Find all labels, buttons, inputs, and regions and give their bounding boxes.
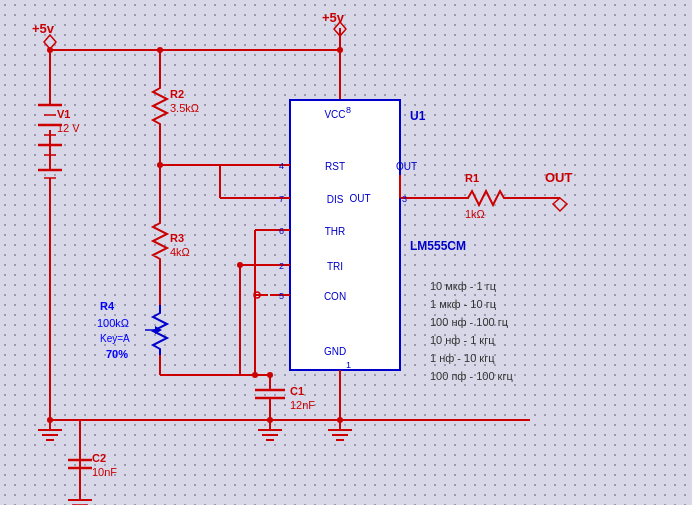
note-6: 100 пф - 100 кгц [430, 370, 513, 382]
svg-point-105 [157, 162, 163, 168]
c2-label: C2 [92, 452, 106, 464]
svg-point-109 [47, 417, 53, 423]
svg-marker-33 [44, 35, 56, 49]
chip-model: LM555CM [410, 239, 466, 253]
out-label: OUT [545, 170, 573, 185]
note-4: 10 нф - 1 кгц [430, 334, 495, 346]
svg-text:DIS: DIS [327, 194, 344, 205]
r2-label: R2 [170, 88, 184, 100]
svg-point-108 [337, 417, 343, 423]
u1-label: U1 [410, 109, 426, 123]
svg-text:6: 6 [279, 226, 284, 236]
supply-label-left: +5v [32, 21, 55, 36]
svg-point-102 [47, 47, 53, 53]
svg-text:7: 7 [279, 194, 284, 204]
svg-point-111 [252, 372, 258, 378]
svg-point-106 [267, 372, 273, 378]
svg-text:3: 3 [402, 194, 407, 204]
svg-text:8: 8 [346, 105, 351, 115]
c1-label: C1 [290, 385, 304, 397]
r4-percent: 70% [106, 348, 128, 360]
svg-text:THR: THR [325, 226, 346, 237]
r4-key: Key=A [100, 333, 130, 344]
svg-text:VCC: VCC [324, 109, 345, 120]
r1-label: R1 [465, 172, 479, 184]
svg-point-104 [337, 47, 343, 53]
r4-label: R4 [100, 300, 115, 312]
r3-label: R3 [170, 232, 184, 244]
svg-text:1: 1 [346, 360, 351, 370]
svg-text:RST: RST [325, 161, 345, 172]
note-3: 100 нф - 100 гц [430, 316, 509, 328]
r3-value: 4kΩ [170, 246, 190, 258]
note-5: 1 нф - 10 кгц [430, 352, 495, 364]
svg-text:4: 4 [279, 161, 284, 171]
note-1: 10 мкф - 1 гц [430, 280, 497, 292]
v1-label: V1 [57, 108, 70, 120]
note-2: 1 мкф - 10 гц [430, 298, 497, 310]
r2-value: 3.5kΩ [170, 102, 199, 114]
c1-value: 12nF [290, 399, 315, 411]
v1-value: 12 V [57, 122, 80, 134]
svg-text:GND: GND [324, 346, 346, 357]
svg-text:CON: CON [324, 291, 346, 302]
r1-value: 1kΩ [465, 208, 485, 220]
supply-label-right: +5v [322, 10, 345, 25]
r4-value: 100kΩ [97, 317, 129, 329]
svg-text:TRI: TRI [327, 261, 343, 272]
svg-text:OUT: OUT [396, 161, 417, 172]
svg-marker-74 [553, 198, 567, 211]
svg-text:5: 5 [279, 291, 284, 301]
c2-value: 10nF [92, 466, 117, 478]
svg-point-103 [157, 47, 163, 53]
svg-point-107 [267, 417, 273, 423]
svg-text:2: 2 [279, 261, 284, 271]
svg-point-110 [237, 262, 243, 268]
svg-text:OUT: OUT [349, 193, 370, 204]
